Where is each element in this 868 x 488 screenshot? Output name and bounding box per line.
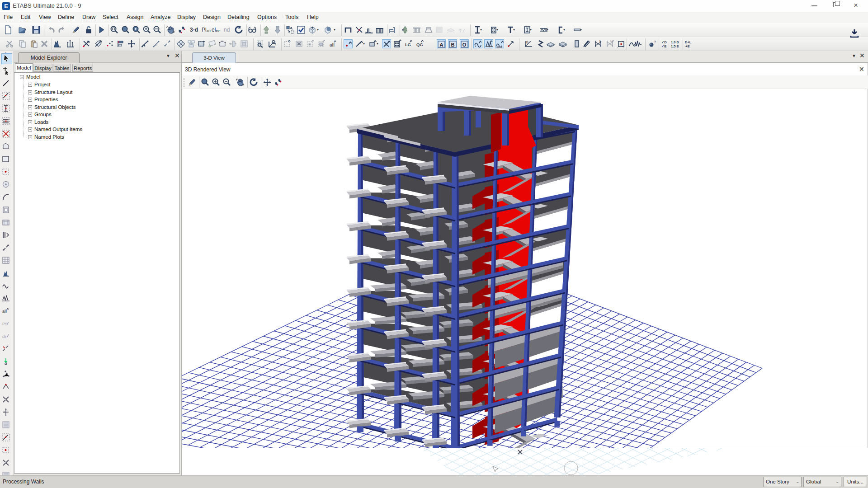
svg-text:E: E	[599, 39, 602, 42]
svg-text:1.0 D: 1.0 D	[671, 40, 679, 44]
svg-text:?: ?	[654, 40, 656, 44]
svg-text:✓E: ✓E	[661, 44, 666, 48]
svg-text:all: all	[2, 309, 7, 314]
svg-text:clr: clr	[2, 334, 6, 339]
svg-text:D+L: D+L	[685, 40, 692, 44]
svg-text:✓D: ✓D	[661, 40, 667, 44]
svg-text:+E: +E	[685, 44, 689, 48]
svg-text:B: B	[451, 42, 455, 47]
svg-text:all: all	[330, 42, 335, 47]
svg-text:1.5 E: 1.5 E	[671, 44, 679, 48]
svg-text:LG: LG	[405, 42, 411, 47]
svg-text:A: A	[439, 42, 443, 47]
svg-text:QG: QG	[416, 42, 423, 47]
svg-text:E: E	[526, 41, 528, 44]
svg-text:O: O	[462, 42, 467, 47]
svg-text:PS: PS	[2, 322, 8, 326]
svg-text:HZ: HZ	[610, 40, 614, 42]
